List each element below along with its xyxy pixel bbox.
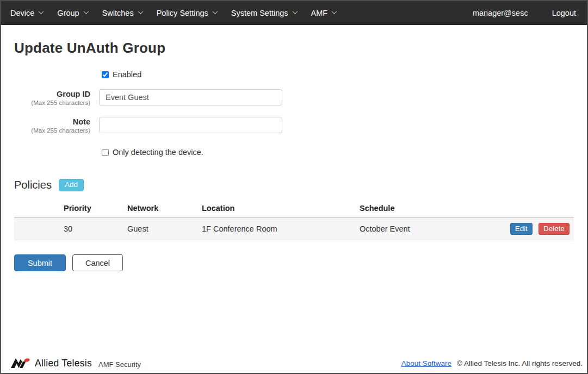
- group-id-input[interactable]: [99, 89, 282, 105]
- note-input[interactable]: [99, 117, 282, 133]
- brand-name: Allied Telesis: [35, 358, 92, 369]
- chevron-down-icon: [39, 9, 44, 14]
- location-column-header: Location: [197, 201, 355, 217]
- edit-policy-button[interactable]: Edit: [510, 223, 533, 235]
- submit-button[interactable]: Submit: [14, 254, 66, 271]
- spacer-cell: [14, 217, 59, 240]
- app-window: { "navbar": { "items": [ { "label": "Dev…: [0, 0, 588, 374]
- navbar-right: manager@sesc Logout: [465, 9, 579, 17]
- table-row: 30 Guest 1F Conference Room October Even…: [14, 217, 574, 240]
- schedule-column-header: Schedule: [355, 201, 506, 217]
- note-label: Note: [14, 117, 90, 127]
- network-column-header: Network: [123, 201, 197, 217]
- page-title: Update UnAuth Group: [14, 40, 574, 57]
- priority-cell: 30: [59, 217, 123, 240]
- enabled-checkbox-label: Enabled: [113, 70, 141, 79]
- spacer-column-header: [14, 201, 59, 217]
- policies-heading: Policies: [14, 179, 52, 191]
- nav-menu-label: Switches: [102, 9, 134, 17]
- nav-menu-system-settings[interactable]: System Settings: [224, 1, 304, 25]
- allied-telesis-logo-icon: [11, 358, 31, 369]
- enabled-checkbox[interactable]: [102, 71, 109, 78]
- copyright-text: © Allied Telesis Inc. All rights reserve…: [457, 359, 583, 367]
- row-actions-cell: Edit Delete: [506, 217, 574, 240]
- location-cell: 1F Conference Room: [197, 217, 355, 240]
- main-content: Update UnAuth Group Enabled Group ID (Ma…: [1, 40, 587, 271]
- priority-column-header: Priority: [59, 201, 123, 217]
- nav-menu-policy-settings[interactable]: Policy Settings: [150, 1, 224, 25]
- delete-policy-button[interactable]: Delete: [539, 223, 570, 235]
- chevron-down-icon: [83, 9, 89, 14]
- nav-menu-label: Device: [10, 9, 34, 17]
- cancel-button[interactable]: Cancel: [72, 254, 123, 271]
- network-cell: Guest: [123, 217, 197, 240]
- add-policy-button[interactable]: Add: [59, 179, 84, 191]
- table-header-row: Priority Network Location Schedule: [14, 201, 574, 217]
- product-name: AMF Security: [98, 358, 141, 369]
- chevron-down-icon: [332, 9, 337, 14]
- actions-column-header: [506, 201, 574, 217]
- schedule-cell: October Event: [355, 217, 506, 240]
- only-detecting-checkbox[interactable]: [102, 149, 109, 156]
- note-row: Note (Max 255 characters): [14, 117, 574, 135]
- about-software-link[interactable]: About Software: [401, 359, 451, 367]
- nav-menu-amf[interactable]: AMF: [304, 1, 344, 25]
- form-actions: Submit Cancel: [14, 254, 574, 271]
- chevron-down-icon: [212, 9, 218, 14]
- policies-header: Policies Add: [14, 179, 574, 191]
- nav-menu-device[interactable]: Device: [3, 1, 50, 25]
- enabled-checkbox-row: Enabled: [102, 70, 574, 79]
- group-id-row: Group ID (Max 255 characters): [14, 89, 574, 107]
- brand-block: Allied Telesis AMF Security: [11, 358, 141, 369]
- group-id-hint: (Max 255 characters): [14, 99, 90, 107]
- nav-menu-label: System Settings: [231, 9, 288, 17]
- policies-table: Priority Network Location Schedule 30 Gu…: [14, 201, 574, 240]
- page-footer: Allied Telesis AMF Security About Softwa…: [1, 356, 587, 373]
- chevron-down-icon: [292, 9, 298, 14]
- note-hint: (Max 255 characters): [14, 127, 90, 135]
- only-detecting-checkbox-row: Only detecting the device.: [102, 148, 574, 157]
- nav-menu-group[interactable]: Group: [50, 1, 95, 25]
- policies-table-head: Priority Network Location Schedule: [14, 201, 574, 217]
- note-label-block: Note (Max 255 characters): [14, 117, 90, 135]
- top-navbar: Device Group Switches Policy Settings Sy…: [1, 1, 587, 25]
- nav-menu-switches[interactable]: Switches: [95, 1, 150, 25]
- footer-right: About Software © Allied Telesis Inc. All…: [401, 359, 583, 367]
- logged-in-user: manager@sesc: [465, 9, 536, 17]
- only-detecting-checkbox-label: Only detecting the device.: [113, 148, 203, 157]
- policies-table-body: 30 Guest 1F Conference Room October Even…: [14, 217, 574, 240]
- chevron-down-icon: [138, 9, 143, 14]
- group-id-label-block: Group ID (Max 255 characters): [14, 89, 90, 107]
- nav-menu-label: Policy Settings: [157, 9, 208, 17]
- nav-menu-label: Group: [57, 9, 79, 17]
- logout-button[interactable]: Logout: [536, 9, 579, 17]
- group-id-label: Group ID: [14, 90, 90, 99]
- nav-menu-label: AMF: [311, 9, 328, 17]
